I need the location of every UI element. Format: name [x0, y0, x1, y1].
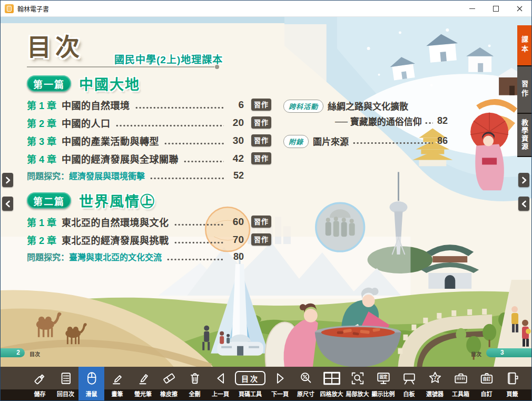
chapter-number: 第 1 章: [27, 98, 62, 112]
chapter-number: 第 2 章: [27, 116, 62, 130]
tab-teaching-resources[interactable]: 教學資源: [517, 114, 531, 157]
page-tab-icon: [505, 367, 520, 389]
right-edge-back-button[interactable]: [518, 197, 529, 211]
book-page: 目次 國民中學(2上)地理課本 第一篇 中國大地 第 1 章 中國的自然環境 6…: [1, 17, 531, 368]
workbook-badge[interactable]: 習作: [251, 216, 271, 228]
prev-triangle-icon: [213, 367, 228, 389]
tool-four-grid-zoom[interactable]: 四格放大: [319, 367, 344, 400]
chevron-right-icon: [5, 177, 11, 184]
tool-eraser[interactable]: 橡皮擦: [156, 367, 182, 400]
tool-back-to-toc[interactable]: 回目次: [53, 367, 78, 400]
extras-column: 跨科活動 絲綢之路與文化擴散 ── 寶藏巖的通俗信仰 82 附錄 圖片來源 86: [283, 99, 448, 148]
svg-text:自訂: 自訂: [482, 376, 490, 382]
workbook-badge[interactable]: 習作: [251, 99, 271, 111]
appendix-entry[interactable]: 附錄 圖片來源 86: [283, 134, 448, 148]
side-tabs: 課本 習作 教學資源: [517, 25, 531, 157]
chapter-number: 第 2 章: [27, 233, 62, 247]
dotted-leader: [167, 258, 224, 261]
workbook-badge[interactable]: 習作: [251, 134, 271, 146]
dotted-leader: [150, 177, 224, 180]
tool-next-page[interactable]: 下一頁: [267, 367, 293, 400]
maximize-icon: [493, 6, 499, 12]
chapter-number: 第 3 章: [27, 134, 62, 148]
cross-subject-entry[interactable]: 跨科活動 絲綢之路與文化擴散 ── 寶藏巖的通俗信仰 82: [283, 99, 448, 128]
explore-label: 問題探究：: [27, 169, 69, 182]
section-badge: 第二篇: [27, 192, 71, 209]
workbook-badge[interactable]: 習作: [251, 152, 271, 164]
page-number: 80: [228, 251, 244, 262]
toc-row[interactable]: 第 2 章 中國的人口 20 習作: [27, 114, 244, 132]
dotted-leader: [174, 223, 224, 226]
page-number: 6: [228, 99, 244, 111]
tool-original-size[interactable]: 原尺寸: [293, 367, 319, 400]
chapter-title: 東北亞的經濟發展與挑戰: [62, 233, 169, 247]
page-number: 60: [228, 216, 244, 228]
toc-row[interactable]: 第 4 章 中國的經濟發展與全球關聯 42 習作: [27, 150, 244, 168]
page-title: 目次: [27, 27, 84, 62]
tool-custom[interactable]: 自訂 自訂: [474, 367, 499, 400]
tab-textbook[interactable]: 課本: [517, 25, 531, 66]
tool-display-ratio[interactable]: 固定 顯示比例: [370, 367, 396, 400]
tool-prev-page[interactable]: 上一頁: [208, 367, 233, 400]
chevron-left-icon: [5, 200, 11, 208]
explore-title: 經濟發展與環境衝擊: [69, 169, 145, 182]
page-number: 30: [228, 135, 244, 146]
left-edge-forward-button[interactable]: [2, 173, 13, 187]
chapter-title: 中國的經濟發展與全球關聯: [62, 152, 179, 165]
entry-title: 圖片來源: [313, 134, 349, 148]
explore-row[interactable]: 問題探究： 經濟發展與環境衝擊 52: [27, 168, 244, 183]
tool-pen[interactable]: 畫筆: [104, 367, 130, 400]
usb-drive-icon: [33, 367, 47, 389]
minimize-icon: [469, 8, 475, 9]
maximize-button[interactable]: [484, 1, 508, 16]
right-edge-forward-button[interactable]: [518, 173, 529, 187]
left-edge-back-button[interactable]: [2, 197, 13, 211]
page-number-button[interactable]: 目次: [235, 371, 265, 385]
chapter-number: 第 4 章: [27, 152, 62, 165]
right-page-pill: 3: [486, 348, 531, 357]
title-divider: [27, 66, 214, 67]
tool-highlighter[interactable]: 螢光筆: [130, 367, 156, 400]
dotted-leader: [164, 142, 224, 145]
explore-label: 問題探究：: [27, 250, 69, 263]
dotted-leader: [135, 106, 224, 109]
mouse-icon: [84, 367, 99, 389]
tool-save[interactable]: 儲存: [27, 367, 53, 400]
tool-whiteboard[interactable]: 白板: [396, 367, 422, 400]
tool-page-number[interactable]: 目次 頁碼工具: [233, 367, 267, 400]
eraser-icon: [162, 367, 176, 389]
toc-row[interactable]: 第 1 章 中國的自然環境 6 習作: [27, 96, 244, 114]
page-number: 86: [435, 135, 448, 146]
explore-row[interactable]: 問題探究： 臺灣與東北亞的文化交流 80: [27, 249, 244, 265]
chapter-title: 東北亞的自然環境與文化: [62, 215, 169, 229]
toolbox-icon: [454, 367, 468, 389]
minimize-button[interactable]: [460, 1, 484, 16]
tool-number-picker[interactable]: 7 選號器: [422, 367, 448, 400]
chapter-title: 中國的產業活動與轉型: [62, 134, 159, 148]
close-button[interactable]: [508, 1, 531, 16]
workbook-badge[interactable]: 習作: [251, 233, 271, 246]
workbook-badge[interactable]: 習作: [251, 116, 271, 129]
toc-row[interactable]: 第 2 章 東北亞的經濟發展與挑戰 70 習作: [27, 231, 244, 249]
dotted-leader: [116, 124, 224, 127]
toc-section-1: 第一篇 中國大地 第 1 章 中國的自然環境 6 習作 第 2 章 中國的人口 …: [27, 75, 244, 183]
tool-delete-all[interactable]: 全刪: [182, 367, 208, 400]
section-title: 中國大地: [79, 73, 140, 94]
next-triangle-icon: [273, 367, 288, 389]
tool-partial-zoom[interactable]: 局部放大: [344, 367, 370, 400]
toc-row[interactable]: 第 1 章 東北亞的自然環境與文化 60 習作: [27, 213, 244, 231]
tool-page-tabs[interactable]: 頁籤: [499, 367, 525, 400]
close-icon: [517, 6, 523, 12]
dotted-leader: [184, 160, 224, 163]
tool-mouse[interactable]: 滑鼠: [78, 367, 104, 400]
tool-toolbox[interactable]: 工具箱: [448, 367, 474, 400]
toc-row[interactable]: 第 3 章 中國的產業活動與轉型 30 習作: [27, 132, 244, 150]
photo-circle: [316, 203, 364, 251]
dotted-leader: [353, 142, 433, 144]
tab-workbook[interactable]: 習作: [517, 66, 531, 114]
titlebar: 翰林電子書: [1, 1, 531, 17]
left-page-label: 目次: [29, 350, 40, 358]
zoom-percent-icon: [299, 367, 313, 389]
star-number-icon: 7: [428, 367, 442, 389]
page-number: 42: [228, 153, 244, 164]
